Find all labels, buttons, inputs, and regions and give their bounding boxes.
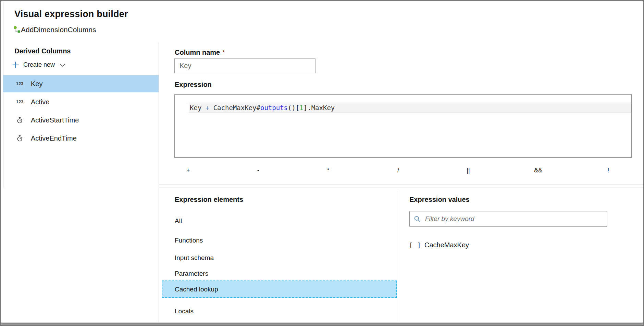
expression-element-item-parameters[interactable]: Parameters <box>159 265 398 282</box>
expression-value-label: CacheMaxKey <box>424 241 469 249</box>
search-icon <box>414 216 421 222</box>
operator-not-button[interactable]: ! <box>573 164 643 177</box>
derived-column-item-activestarttime[interactable]: ActiveStartTime <box>3 112 159 129</box>
derived-column-label: Active <box>31 98 49 106</box>
visual-expression-builder-dialog: Visual expression builder AddDimensionCo… <box>0 0 644 326</box>
expression-element-item-locals[interactable]: Locals <box>159 303 398 320</box>
expression-element-label: Cached lookup <box>175 286 218 293</box>
derived-column-transformation-icon <box>12 25 21 34</box>
create-new-label: Create new <box>23 61 55 68</box>
operator-and-button[interactable]: && <box>503 164 573 177</box>
expression-values-list: [ ]CacheMaxKey <box>409 237 621 253</box>
expression-element-label: Parameters <box>175 270 208 277</box>
expression-element-label: All <box>175 217 182 225</box>
create-new-button[interactable]: Create new <box>12 60 65 70</box>
expression-element-label: Locals <box>175 308 194 315</box>
expression-element-label: Functions <box>175 237 203 244</box>
array-brackets-icon: [ ] <box>409 242 424 249</box>
derived-column-item-key[interactable]: 123Key <box>3 75 159 92</box>
expression-values-header: Expression values <box>409 196 470 204</box>
expression-element-item-cached-lookup[interactable]: Cached lookup <box>162 281 397 298</box>
expression-element-item-all[interactable]: All <box>159 212 398 230</box>
derived-column-label: Key <box>31 80 42 88</box>
derived-column-label: ActiveStartTime <box>31 116 79 124</box>
page-title: Visual expression builder <box>14 9 128 19</box>
derived-column-item-active[interactable]: 123Active <box>3 93 159 110</box>
operator-or-button[interactable]: || <box>433 164 503 177</box>
number-type-icon: 123 <box>16 81 31 86</box>
expression-elements-list: AllFunctionsInput schemaParametersCached… <box>159 1 398 325</box>
expression-element-item-functions[interactable]: Functions <box>159 232 398 249</box>
derived-columns-list: 123Key123ActiveActiveStartTimeActiveEndT… <box>3 75 159 148</box>
derived-column-label: ActiveEndTime <box>31 134 77 142</box>
derived-columns-header: Derived Columns <box>14 47 71 55</box>
derived-column-item-activeendtime[interactable]: ActiveEndTime <box>3 130 159 147</box>
horizontal-scrollbar[interactable] <box>1 323 643 325</box>
filter-keyword-input[interactable] <box>424 215 603 223</box>
timestamp-type-icon <box>16 135 31 142</box>
chevron-down-icon <box>60 63 65 67</box>
plus-icon <box>12 61 19 68</box>
expression-element-item-input-schema[interactable]: Input schema <box>159 249 398 266</box>
transformation-header: AddDimensionColumns <box>12 25 96 34</box>
filter-box <box>409 211 607 227</box>
bottom-vertical-divider <box>398 191 398 324</box>
timestamp-type-icon <box>16 117 31 124</box>
number-type-icon: 123 <box>16 100 31 104</box>
expression-element-label: Input schema <box>175 254 214 262</box>
transformation-name: AddDimensionColumns <box>21 26 96 34</box>
expression-value-item-cachemaxkey[interactable]: [ ]CacheMaxKey <box>409 237 621 253</box>
